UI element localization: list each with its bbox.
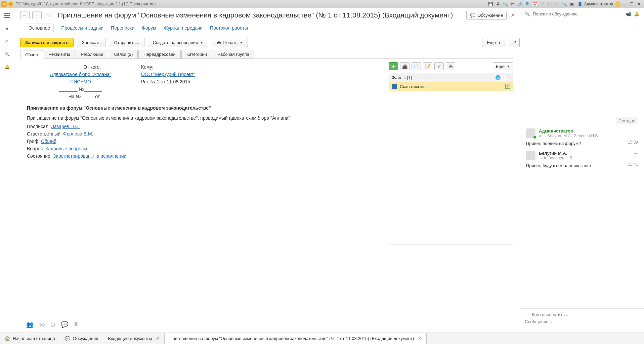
state-link-1[interactable]: Зарегистрирован — [53, 153, 91, 159]
star-rail-icon[interactable]: ★ — [4, 25, 10, 32]
bottom-tab-incoming[interactable]: Входящие документы✕ — [103, 333, 165, 344]
notify-input[interactable] — [532, 312, 639, 317]
section-journal[interactable]: Журнал передачи — [164, 25, 203, 31]
favorite-star-icon[interactable]: ☆ — [46, 11, 53, 20]
section-processes[interactable]: Процессы и задачи — [61, 25, 103, 31]
file-type-icon — [392, 84, 397, 89]
outgoing-number-blank: _______ №_______ — [27, 86, 134, 92]
back-button[interactable]: ← — [20, 11, 30, 19]
tab-props[interactable]: Реквизиты — [44, 50, 75, 59]
bottom-tab-discussions[interactable]: 💬Обсуждения — [60, 333, 103, 344]
preview-icon[interactable]: 🔍 — [502, 1, 508, 7]
section-correspondence[interactable]: Переписка — [111, 25, 134, 31]
message-input[interactable] — [525, 319, 639, 324]
signed-row: Подписал: Лазарев П.С. — [27, 124, 383, 129]
apps-icon[interactable] — [4, 12, 10, 19]
forward-button[interactable]: → — [32, 11, 42, 19]
close-page-icon[interactable]: ✕ — [509, 12, 516, 18]
state-link-2[interactable]: На исполнении — [93, 153, 127, 159]
close-tab-icon[interactable]: ✕ — [418, 336, 422, 341]
from-link[interactable]: Адвокатское бюро "Аплана" — [50, 72, 111, 77]
panel-icon[interactable]: ▣ — [569, 1, 575, 7]
tab-relations[interactable]: Связи (2) — [109, 50, 138, 59]
print-file-icon[interactable]: 🖶 — [446, 62, 455, 70]
tab-overview[interactable]: Обзор — [20, 50, 43, 59]
k-icon[interactable]: К — [74, 321, 78, 328]
to-link[interactable]: ООО "Меркурий Проект" — [141, 72, 195, 77]
restore-icon[interactable]: ❐ — [629, 1, 635, 7]
finish-edit-icon[interactable]: ✔ — [434, 62, 444, 70]
more-label: Еще — [487, 40, 496, 45]
info-icon[interactable]: i — [615, 1, 620, 7]
save-close-button[interactable]: Записать и закрыть — [20, 38, 74, 47]
view-file-icon[interactable]: 📄 — [412, 62, 421, 70]
message-1-author: Администратор — [539, 128, 638, 133]
help-button[interactable]: ? — [510, 38, 520, 47]
file-col-doc-icon[interactable]: 📄 — [502, 75, 510, 80]
discussion-toggle-button[interactable]: 💬 Обсуждение — [466, 11, 507, 20]
svg-point-2 — [8, 13, 10, 14]
search-rail-icon[interactable]: 🔍 — [4, 50, 10, 57]
calculator-icon[interactable]: 🖩 — [524, 1, 530, 7]
m-minus-icon[interactable]: M- — [554, 1, 560, 7]
bottom-tab-home[interactable]: 🏠Начальная страница — [0, 333, 60, 344]
video-call-icon[interactable]: 📹 — [626, 11, 631, 16]
history-icon[interactable]: ↺ — [4, 38, 10, 44]
doc-type-link[interactable]: ПИСЬМО — [70, 79, 91, 84]
tree-icon[interactable]: ⎙ — [51, 321, 55, 328]
reply-arrow-icon[interactable]: ↩ — [634, 151, 638, 156]
discussion-search-input[interactable] — [533, 11, 623, 16]
m-plus-icon[interactable]: M+ — [547, 1, 553, 7]
link-icon[interactable]: 🔗 — [517, 1, 523, 7]
toolbar: Записать и закрыть Записать Отправить...… — [20, 38, 520, 47]
signed-link[interactable]: Лазарев П.С. — [51, 124, 80, 129]
bell-icon[interactable]: 🔔 — [4, 63, 10, 70]
section-forum[interactable]: Форум — [142, 25, 156, 31]
bottom-tab-current[interactable]: Приглашение на форум "Основные изменения… — [165, 333, 427, 344]
app-menu-dropdown-icon[interactable]: ▾ — [8, 1, 13, 7]
close-tab-icon[interactable]: ✕ — [156, 336, 160, 341]
add-file-icon[interactable]: + — [389, 62, 398, 70]
create-based-button[interactable]: Создать на основании▼ — [148, 38, 209, 47]
file-row[interactable]: Скан письма ✔ — [389, 82, 513, 91]
zoom-icon[interactable]: 🔍 — [561, 1, 567, 7]
tab-resolutions[interactable]: Резолюции — [76, 50, 108, 59]
files-toolbar: + 📠 📄 📝 ✔ 🖶 Еще▼ — [389, 62, 513, 70]
m-icon[interactable]: M — [539, 1, 545, 7]
print-button[interactable]: 🖶Печать▼ — [212, 38, 248, 47]
question-link[interactable]: Кадровые вопросы — [45, 146, 87, 151]
svg-point-6 — [4, 17, 6, 18]
doc-body: Приглашение на форум "Основные изменения… — [27, 115, 383, 122]
files-more-button[interactable]: Еще▼ — [493, 62, 513, 70]
minimize-icon[interactable]: — — [621, 1, 627, 7]
section-main[interactable]: Основное — [25, 24, 54, 32]
chat-footer-icon[interactable]: 💬 — [61, 321, 68, 328]
close-window-icon[interactable]: ✕ — [636, 1, 642, 7]
save-icon[interactable]: 💾 — [487, 1, 493, 7]
state-label: Состояние: — [27, 153, 53, 159]
seal-icon[interactable]: ◎ — [40, 321, 45, 328]
send-button[interactable]: Отправить... — [109, 38, 144, 47]
arrow-right-icon: → — [525, 312, 529, 317]
current-user[interactable]: 👤Администратор — [577, 2, 613, 6]
files-list-box: Файлы (1) 🌐 📄 Скан письма ✔ — [389, 73, 513, 244]
compare-icon[interactable]: ⇄ — [510, 1, 516, 7]
responsible-link[interactable]: Фролова Е.М. — [63, 131, 93, 137]
bottom-tab-discussions-label: Обсуждения — [73, 336, 98, 341]
people-icon[interactable]: 👥 — [26, 321, 34, 328]
file-col-globe-icon[interactable]: 🌐 — [494, 75, 502, 80]
scan-file-icon[interactable]: 📠 — [400, 62, 410, 70]
section-protocol[interactable]: Протокол работы — [210, 25, 248, 31]
notify-bell-icon[interactable]: 🔔 — [634, 11, 639, 16]
app-logo-icon: 1c — [1, 1, 7, 7]
calendar-icon[interactable]: 📅 — [532, 1, 538, 7]
more-button[interactable]: Еще▼ — [482, 38, 506, 47]
tab-forwarded[interactable]: Переадресован — [138, 50, 180, 59]
print-icon[interactable]: 🖶 — [495, 1, 501, 7]
signed-label: Подписал: — [27, 124, 51, 129]
edit-file-icon[interactable]: 📝 — [423, 62, 432, 70]
grif-link[interactable]: Общий — [41, 139, 56, 144]
tab-workgroup[interactable]: Рабочая группа — [213, 50, 254, 59]
tab-categories[interactable]: Категории — [181, 50, 212, 59]
save-button[interactable]: Записать — [77, 38, 106, 47]
